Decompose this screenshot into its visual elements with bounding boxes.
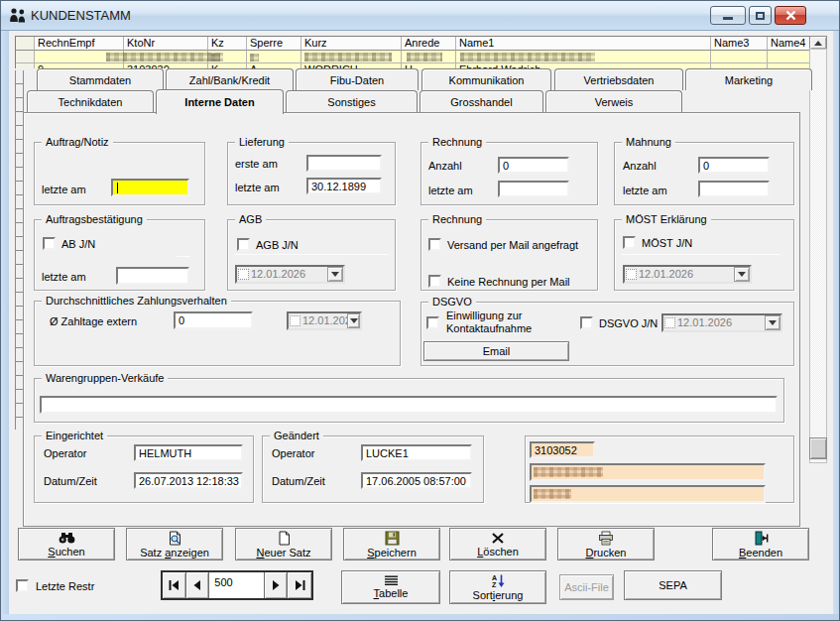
col-header-kz[interactable]: Kz [208, 37, 247, 51]
tab-marketing[interactable]: Marketing [685, 68, 812, 90]
moest-jn-checkbox[interactable] [623, 236, 636, 249]
col-header-rechnempf[interactable]: RechnEmpf [35, 37, 124, 51]
letzte-restr-label[interactable]: Letzte Restr [36, 580, 94, 593]
group-title: Auftragsbestätigung [42, 212, 147, 226]
drucken-button[interactable]: Drucken [557, 528, 655, 560]
scrollbar-thumb[interactable] [809, 437, 827, 459]
col-header-anrede[interactable]: Anrede [402, 37, 456, 51]
people-icon [8, 6, 28, 26]
chevron-down-icon [350, 318, 358, 323]
col-header-name1[interactable]: Name1 [456, 37, 711, 51]
group-title: Mahnung [622, 135, 675, 149]
date-enable-checkbox[interactable] [290, 315, 300, 326]
eingerichtet-operator-input[interactable]: HELMUTH [134, 444, 243, 461]
lieferung-erste-am-input[interactable] [306, 155, 382, 172]
minimize-button[interactable] [710, 6, 746, 25]
record-name-field[interactable] [530, 463, 766, 481]
zahltage-extern-input[interactable]: 0 [174, 311, 253, 329]
mahnung-anzahl-input[interactable]: 0 [698, 157, 770, 174]
record-name2-field[interactable] [530, 485, 766, 503]
dropdown-button[interactable] [347, 313, 360, 328]
einwilligung-checkbox[interactable] [426, 316, 439, 329]
row-selector-cell[interactable] [16, 63, 35, 68]
col-header-ktonr[interactable]: KtoNr [124, 37, 208, 51]
record-number-field[interactable]: 500 [209, 572, 264, 598]
last-record-button[interactable] [288, 572, 311, 598]
agb-jn-label[interactable]: AGB J/N [256, 239, 299, 252]
customer-grid[interactable]: RechnEmpf KtoNr Kz Sperre Kurz Anrede Na… [15, 36, 809, 68]
agb-jn-checkbox[interactable] [237, 238, 250, 251]
dsgvo-jn-label[interactable]: DSGVO J/N [599, 317, 658, 330]
keine-rechnung-checkbox[interactable] [428, 275, 441, 288]
moest-jn-label[interactable]: MÖST J/N [642, 237, 692, 250]
rechnung-letzte-am-input[interactable] [498, 181, 569, 197]
prev-record-button[interactable] [186, 572, 210, 598]
mahnung-letzte-am-input[interactable] [698, 181, 770, 197]
keine-rechnung-label[interactable]: Keine Rechnung per Mail [447, 276, 570, 289]
versand-per-mail-checkbox[interactable] [428, 238, 441, 251]
dsgvo-jn-checkbox[interactable] [580, 316, 593, 329]
ab-letzte-am-input[interactable] [116, 267, 189, 285]
tab-grosshandel[interactable]: Grosshandel [420, 90, 543, 112]
warengruppen-input[interactable] [40, 396, 778, 414]
tab-kommunikation[interactable]: Kommunikation [421, 68, 551, 90]
ab-jn-checkbox[interactable] [43, 237, 56, 250]
tab-zahl-bank-kredit[interactable]: Zahl/Bank/Kredit [166, 68, 294, 90]
row-selector-cell[interactable] [16, 51, 35, 63]
beenden-button[interactable]: Beenden [712, 528, 809, 560]
sepa-button[interactable]: SEPA [624, 570, 722, 600]
tab-stammdaten[interactable]: Stammdaten [37, 68, 164, 90]
tabelle-button[interactable]: Tabelle [341, 570, 440, 604]
col-header-sperre[interactable]: Sperre [247, 37, 301, 51]
tab-vertriebsdaten[interactable]: Vertriebsdaten [554, 68, 683, 90]
geaendert-datum-input[interactable]: 17.06.2005 08:57:00 [361, 472, 472, 489]
tab-interne-daten[interactable]: Interne Daten [156, 89, 284, 114]
einwilligung-label-line1[interactable]: Einwilligung zur [446, 310, 522, 322]
moest-date-picker[interactable]: 12.01.2026 [623, 265, 752, 284]
date-enable-checkbox[interactable] [626, 269, 637, 280]
close-button[interactable] [775, 6, 806, 25]
date-enable-checkbox[interactable] [238, 269, 249, 280]
dsgvo-date-picker[interactable]: 12.01.2026 [661, 313, 782, 332]
next-record-button[interactable] [265, 572, 289, 598]
grid-row-selected[interactable] [16, 51, 809, 63]
zahltage-extern-label: Ø Zahltage extern [50, 315, 137, 328]
title-bar[interactable]: KUNDENSTAMM [1, 1, 840, 31]
letzte-am-label: letzte am [42, 271, 86, 284]
sortierung-button[interactable]: A Z Sortierung [449, 570, 546, 604]
versand-per-mail-label[interactable]: Versand per Mail angefragt [447, 239, 578, 252]
agb-date-picker[interactable]: 12.01.2026 [235, 265, 345, 284]
auftrag-letzte-am-input[interactable] [111, 179, 189, 196]
date-enable-checkbox[interactable] [664, 317, 675, 328]
col-header-name3[interactable]: Name3 [711, 37, 768, 51]
ab-jn-label[interactable]: AB J/N [61, 238, 95, 251]
dropdown-button[interactable] [765, 315, 780, 330]
loeschen-button[interactable]: Löschen [449, 528, 546, 560]
maximize-button[interactable] [749, 6, 772, 25]
first-record-button[interactable] [163, 572, 186, 598]
scrollbar-track[interactable] [809, 49, 827, 463]
record-ktonr-field[interactable]: 3103052 [530, 441, 595, 458]
zahlung-date-picker[interactable]: 12.01.202 [287, 311, 362, 330]
rechnung-anzahl-input[interactable]: 0 [498, 157, 569, 174]
col-header-kurz[interactable]: Kurz [301, 37, 402, 51]
suchen-button[interactable]: Suchen [18, 528, 115, 560]
tab-technikdaten[interactable]: Technikdaten [27, 90, 154, 112]
einwilligung-label-line2[interactable]: Kontaktaufnahme [446, 322, 532, 335]
lieferung-letzte-am-input[interactable]: 30.12.1899 [306, 178, 382, 194]
neuer-satz-button[interactable]: Neuer Satz [235, 528, 332, 560]
geaendert-operator-input[interactable]: LUCKE1 [361, 444, 472, 461]
eingerichtet-datum-input[interactable]: 26.07.2013 12:18:33 [134, 472, 243, 489]
letzte-restr-checkbox[interactable] [16, 579, 29, 592]
date-value: 12.01.2026 [677, 316, 765, 329]
dropdown-button[interactable] [327, 267, 343, 282]
satz-anzeigen-button[interactable]: Satz anzeigen [126, 528, 223, 560]
email-button[interactable]: Email [423, 341, 569, 361]
col-header-name4[interactable]: Name4 [768, 37, 809, 51]
tab-sonstiges[interactable]: Sonstiges [286, 90, 418, 112]
speichern-button[interactable]: Speichern [343, 528, 440, 560]
scroll-up-button[interactable] [809, 36, 827, 50]
dropdown-button[interactable] [734, 267, 750, 282]
tab-verweis[interactable]: Verweis [545, 90, 682, 112]
tab-fibu-daten[interactable]: Fibu-Daten [296, 68, 419, 90]
